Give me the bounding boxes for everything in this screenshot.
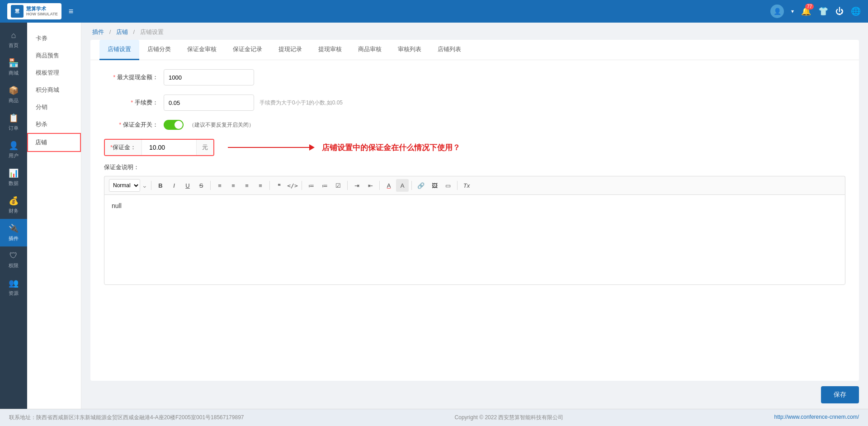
globe-icon[interactable]: 🌐: [851, 6, 861, 16]
form-area: * 最大提现金额： * 手续费： 手续费为大于0小于1的小数,如0.05 * 保…: [90, 60, 859, 381]
link-button[interactable]: 🔗: [415, 179, 427, 192]
sidebar-item-home[interactable]: ⌂ 首页: [0, 26, 27, 53]
max-withdraw-label: * 最大提现金额：: [104, 73, 158, 81]
breadcrumb-separator-1: /: [109, 28, 113, 35]
deposit-toggle[interactable]: [164, 120, 184, 130]
plugin-icon: 🔌: [9, 223, 19, 233]
font-color-button[interactable]: A: [382, 179, 395, 192]
sub-sidebar-item-distribution[interactable]: 分销: [27, 99, 81, 116]
sidebar-item-data-label: 数据: [9, 180, 19, 187]
tab-store-settings[interactable]: 店铺设置: [99, 40, 139, 60]
footer-website[interactable]: http://www.conference-cnnem.com/: [774, 414, 859, 421]
indent-button[interactable]: ⇥: [350, 179, 363, 192]
notification-icon[interactable]: 🔔 77: [801, 6, 811, 16]
max-withdraw-row: * 最大提现金额：: [104, 69, 845, 85]
deposit-inner-label: *保证金：: [105, 140, 142, 155]
sub-sidebar-item-store[interactable]: 店铺: [27, 133, 81, 152]
deposit-value-input[interactable]: [142, 140, 196, 155]
deposit-annotation-wrapper: *保证金： 元 店铺设置中的保证金在什么情况下使用？: [104, 139, 845, 156]
toolbar-divider-7: [411, 181, 412, 190]
tab-goods-review[interactable]: 商品审核: [350, 40, 390, 60]
tab-review-list[interactable]: 审核列表: [390, 40, 429, 60]
fee-hint: 手续费为大于0小于1的小数,如0.05: [259, 99, 343, 107]
sidebar-item-user[interactable]: 👤 用户: [0, 136, 27, 164]
power-icon[interactable]: ⏻: [835, 7, 844, 16]
fee-label: * 手续费：: [104, 99, 158, 107]
goods-icon: 📦: [9, 85, 19, 95]
sidebar-item-goods-label: 商品: [9, 97, 19, 104]
italic-button[interactable]: I: [168, 179, 180, 192]
content-area: 插件 / 店铺 / 店铺设置 店铺设置 店铺分类 保证金审核 保证金记录 提现记…: [81, 23, 868, 409]
sub-sidebar-item-flash-sale[interactable]: 秒杀: [27, 116, 81, 133]
sub-sidebar-item-goods-presale[interactable]: 商品预售: [27, 47, 81, 64]
header-right: 👤 ▾ 🔔 77 👕 ⏻ 🌐: [770, 5, 861, 18]
bold-button[interactable]: B: [154, 179, 167, 192]
ordered-list-button[interactable]: ≔: [305, 179, 317, 192]
image-button[interactable]: 🖼: [428, 179, 441, 192]
sidebar-item-permission[interactable]: 🛡 权限: [0, 246, 27, 274]
sidebar-item-data[interactable]: 📊 数据: [0, 164, 27, 191]
tab-deposit-review[interactable]: 保证金审核: [179, 40, 225, 60]
highlight-button[interactable]: A: [396, 179, 409, 192]
logo[interactable]: 慧 慧算学术 HOW SIMULATE: [7, 3, 61, 19]
order-icon: 📋: [9, 113, 19, 123]
deposit-switch-label: * 保证金开关：: [104, 121, 158, 129]
tab-withdraw-review[interactable]: 提现审核: [310, 40, 350, 60]
tab-store-category[interactable]: 店铺分类: [139, 40, 179, 60]
save-button[interactable]: 保存: [821, 386, 859, 403]
footer-copyright: Copyright © 2022 西安慧算智能科技有限公司: [455, 414, 564, 421]
tab-withdraw-record[interactable]: 提现记录: [270, 40, 310, 60]
clear-format-button[interactable]: Tx: [460, 179, 473, 192]
sub-sidebar-item-coupon[interactable]: 卡券: [27, 30, 81, 47]
sidebar-item-plugin-label: 插件: [9, 235, 19, 242]
sidebar-item-resource[interactable]: 👥 资源: [0, 274, 27, 301]
shirt-icon[interactable]: 👕: [818, 6, 828, 16]
task-list-button[interactable]: ☑: [332, 179, 344, 192]
breadcrumb-plugin[interactable]: 插件: [92, 28, 104, 35]
sub-sidebar: 卡券 商品预售 模板管理 积分商城 分销 秒杀 店铺: [27, 23, 81, 409]
table-button[interactable]: ▭: [442, 179, 454, 192]
strikethrough-button[interactable]: S: [195, 179, 208, 192]
permission-icon: 🛡: [9, 251, 18, 260]
sidebar-item-plugin[interactable]: 🔌 插件: [0, 219, 27, 246]
align-left-button[interactable]: ≡: [213, 179, 226, 192]
dropdown-arrow-icon[interactable]: ▾: [791, 8, 794, 14]
align-center-button[interactable]: ≡: [227, 179, 240, 192]
sub-sidebar-item-template[interactable]: 模板管理: [27, 64, 81, 81]
format-selector[interactable]: Normal H1H2H3: [109, 179, 140, 192]
unordered-list-button[interactable]: ≔: [318, 179, 331, 192]
fee-input[interactable]: [164, 95, 254, 111]
sub-sidebar-item-points-mall[interactable]: 积分商城: [27, 81, 81, 99]
max-withdraw-input[interactable]: [164, 69, 254, 85]
toolbar-divider-4: [302, 181, 302, 190]
tab-store-list[interactable]: 店铺列表: [429, 40, 469, 60]
breadcrumb-store[interactable]: 店铺: [116, 28, 128, 35]
breadcrumb-separator-2: /: [133, 28, 136, 35]
tab-deposit-record[interactable]: 保证金记录: [225, 40, 270, 60]
fee-row: * 手续费： 手续费为大于0小于1的小数,如0.05: [104, 95, 845, 111]
editor-content[interactable]: null: [104, 194, 845, 285]
home-icon: ⌂: [11, 31, 16, 40]
deposit-note-label: 保证金说明：: [104, 163, 845, 171]
deposit-switch-hint: （建议不要反复开启关闭）: [189, 121, 254, 129]
deposit-input-group: *保证金： 元: [104, 139, 214, 156]
resource-icon: 👥: [9, 278, 19, 288]
sidebar-item-resource-label: 资源: [9, 290, 19, 297]
sidebar-item-permission-label: 权限: [9, 262, 19, 269]
sidebar-item-order-label: 订单: [9, 125, 19, 132]
header: 慧 慧算学术 HOW SIMULATE ≡ 👤 ▾ 🔔 77 👕 ⏻ 🌐: [0, 0, 868, 23]
quote-button[interactable]: ❝: [273, 179, 285, 192]
sidebar-item-finance[interactable]: 💰 财务: [0, 191, 27, 219]
align-justify-button[interactable]: ≡: [254, 179, 267, 192]
rich-text-editor: Normal H1H2H3 ⌄ B I U S ≡ ≡ ≡ ≡: [104, 176, 845, 285]
outdent-button[interactable]: ⇤: [364, 179, 377, 192]
sidebar-item-finance-label: 财务: [9, 208, 19, 214]
align-right-button[interactable]: ≡: [241, 179, 253, 192]
avatar[interactable]: 👤: [770, 5, 784, 18]
sidebar-item-goods[interactable]: 📦 商品: [0, 81, 27, 109]
sidebar-item-order[interactable]: 📋 订单: [0, 109, 27, 136]
menu-toggle-icon[interactable]: ≡: [69, 7, 74, 16]
sidebar-item-mall[interactable]: 🏪 商城: [0, 53, 27, 81]
code-button[interactable]: </>: [286, 179, 299, 192]
underline-button[interactable]: U: [181, 179, 194, 192]
